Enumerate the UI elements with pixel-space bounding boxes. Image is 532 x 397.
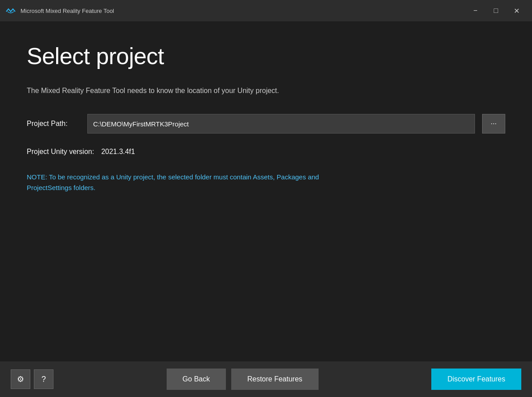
footer-left-controls: ⚙ ? <box>11 369 53 389</box>
title-bar: Microsoft Mixed Reality Feature Tool − □… <box>0 0 532 21</box>
help-button[interactable]: ? <box>34 369 53 389</box>
project-path-input[interactable] <box>87 114 475 134</box>
page-description: The Mixed Reality Feature Tool needs to … <box>27 85 505 96</box>
browse-button[interactable]: ··· <box>482 114 505 134</box>
discover-features-button[interactable]: Discover Features <box>431 369 521 390</box>
main-content: Select project The Mixed Reality Feature… <box>0 21 532 361</box>
close-button[interactable]: ✕ <box>506 4 527 18</box>
maximize-button[interactable]: □ <box>486 4 506 18</box>
footer-right-controls: Discover Features <box>431 369 521 390</box>
footer-center-controls: Go Back Restore Features <box>59 369 426 390</box>
go-back-button[interactable]: Go Back <box>167 369 226 390</box>
unity-version-row: Project Unity version: 2021.3.4f1 <box>27 148 505 156</box>
minimize-button[interactable]: − <box>465 4 486 18</box>
project-path-label: Project Path: <box>27 120 80 128</box>
project-path-row: Project Path: ··· <box>27 114 505 134</box>
footer: ⚙ ? Go Back Restore Features Discover Fe… <box>0 361 532 397</box>
unity-version-value: 2021.3.4f1 <box>101 148 135 156</box>
window-title: Microsoft Mixed Reality Feature Tool <box>20 8 465 14</box>
window-controls: − □ ✕ <box>465 4 527 18</box>
page-title: Select project <box>27 43 505 69</box>
note-text: NOTE: To be recognized as a Unity projec… <box>27 172 339 193</box>
restore-features-button[interactable]: Restore Features <box>231 369 319 390</box>
settings-button[interactable]: ⚙ <box>11 369 30 389</box>
app-icon <box>5 5 16 16</box>
unity-version-label: Project Unity version: <box>27 148 94 156</box>
